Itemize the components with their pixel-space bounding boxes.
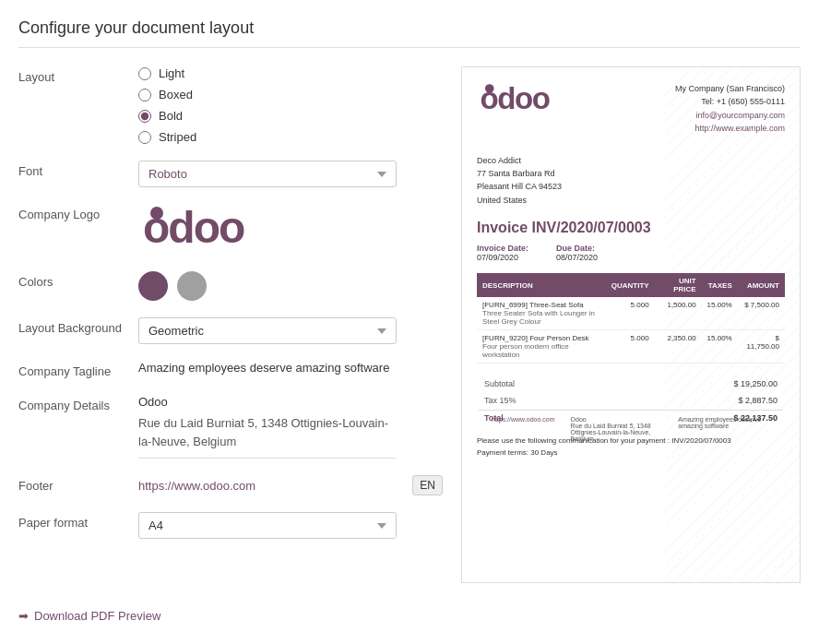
tax-label: Tax 15% <box>479 393 611 408</box>
download-section: ➡ Download PDF Preview <box>18 596 801 623</box>
due-date-block: Due Date: 08/07/2020 <box>556 244 598 262</box>
col-taxes: TAXES <box>702 273 738 297</box>
col-amount: AMOUNT <box>738 273 785 297</box>
invoice-title: Invoice INV/2020/07/0003 <box>477 220 785 236</box>
paper-format-select[interactable]: A4 Letter <box>138 512 397 539</box>
colors-content <box>138 271 443 301</box>
company-logo-label: Company Logo <box>18 204 138 221</box>
colors-row: Colors <box>18 271 443 301</box>
company-logo-row: Company Logo odoo <box>18 204 443 255</box>
col-description: DESCRIPTION <box>477 273 606 297</box>
layout-label: Layout <box>18 66 138 84</box>
layout-background-select[interactable]: Geometric None Custom <box>138 317 397 344</box>
font-label: Font <box>18 161 138 178</box>
layout-striped-option[interactable]: Striped <box>138 130 443 144</box>
item-amount-0: $ 7,500.00 <box>738 297 785 330</box>
paper-format-content: A4 Letter <box>138 512 443 539</box>
font-content: Roboto Lato Open Sans <box>138 161 443 187</box>
svg-point-6 <box>150 207 163 220</box>
invoice-table: DESCRIPTION QUANTITY UNIT PRICE TAXES AM… <box>477 273 785 364</box>
company-details-content: Odoo Rue du Laid Burniat 5, 1348 Ottigni… <box>138 395 443 459</box>
invoice-payment-terms: Payment terms: 30 Days <box>477 448 785 457</box>
col-quantity: QUANTITY <box>606 273 655 297</box>
layout-bold-option[interactable]: Bold <box>138 109 443 123</box>
company-tagline-row: Company Tagline Amazing employees deserv… <box>18 361 443 378</box>
paper-format-label: Paper format <box>18 512 138 530</box>
invoice-date-value: 07/09/2020 <box>477 253 518 262</box>
layout-bold-radio[interactable] <box>138 110 151 123</box>
invoice-logo: odoo <box>477 82 578 119</box>
secondary-color-swatch[interactable] <box>177 271 207 301</box>
layout-background-label: Layout Background <box>18 317 138 335</box>
item-desc-1: [FURN_9220] Four Person Desk Four person… <box>477 330 606 364</box>
footer-lang-button[interactable]: EN <box>412 475 443 495</box>
invoice-footer-company: Odoo Rue du Laid Burniat 5, 1348 Ottigni… <box>571 416 663 442</box>
invoice-date-block: Invoice Date: 07/09/2020 <box>477 244 528 262</box>
subtotal-value: $ 19,250.00 <box>613 376 783 391</box>
invoice-preview: odoo My Company (San Francisco) Tel: +1 … <box>461 66 801 583</box>
subtotal-row: Subtotal $ 19,250.00 <box>479 376 783 391</box>
company-address: Rue du Laid Burniat 5, 1348 Ottignies-Lo… <box>138 414 397 459</box>
invoice-company-info: My Company (San Francisco) Tel: +1 (650)… <box>675 82 785 136</box>
item-qty-1: 5.000 <box>606 330 655 364</box>
invoice-client-name: Deco Addict <box>477 154 785 167</box>
invoice-company-website: http://www.example.com <box>694 124 785 133</box>
invoice-footer-tagline: Amazing employees deserve amazing softwa… <box>678 416 770 442</box>
layout-boxed-radio[interactable] <box>138 89 151 101</box>
layout-light-label: Light <box>159 66 184 80</box>
invoice-footer-bar: https://www.odoo.com Odoo Rue du Laid Bu… <box>492 410 770 442</box>
invoice-footer-url: https://www.odoo.com <box>492 416 554 442</box>
colors-label: Colors <box>18 271 138 289</box>
invoice-company-name: My Company (San Francisco) <box>675 82 785 95</box>
layout-boxed-option[interactable]: Boxed <box>138 88 443 101</box>
footer-content: https://www.odoo.com EN <box>138 475 443 495</box>
item-price-0: 1,500.00 <box>655 297 702 330</box>
invoice-content: odoo My Company (San Francisco) Tel: +1 … <box>477 82 785 457</box>
invoice-table-header-row: DESCRIPTION QUANTITY UNIT PRICE TAXES AM… <box>477 273 785 297</box>
company-details-label: Company Details <box>18 395 138 412</box>
font-row: Font Roboto Lato Open Sans <box>18 161 443 187</box>
invoice-client-address1: 77 Santa Barbara Rd <box>477 167 785 180</box>
company-tagline-value: Amazing employees deserve amazing softwa… <box>138 357 389 375</box>
invoice-line-item: [FURN_6999] Three-Seat Sofa Three Seater… <box>477 297 785 330</box>
font-select[interactable]: Roboto Lato Open Sans <box>138 161 397 187</box>
layout-bold-label: Bold <box>159 109 183 123</box>
layout-light-radio[interactable] <box>138 67 151 80</box>
footer-url-link[interactable]: https://www.odoo.com <box>138 479 403 493</box>
item-amount-1: $ 11,750.00 <box>738 330 785 364</box>
layout-row: Layout Light Boxed Bold Striped <box>18 66 443 144</box>
item-tax-1: 15.00% <box>702 330 738 364</box>
tax-row: Tax 15% $ 2,887.50 <box>479 393 783 408</box>
col-unit-price: UNIT PRICE <box>655 273 702 297</box>
invoice-header: odoo My Company (San Francisco) Tel: +1 … <box>477 82 785 136</box>
invoice-client-country: United States <box>477 194 785 207</box>
company-details-row: Company Details Odoo Rue du Laid Burniat… <box>18 395 443 459</box>
invoice-company-email: info@yourcompany.com <box>695 111 785 120</box>
download-pdf-link[interactable]: ➡ Download PDF Preview <box>18 609 160 623</box>
page-title: Configure your document layout <box>18 18 801 48</box>
invoice-date-label: Invoice Date: <box>477 244 528 253</box>
item-desc-0: [FURN_6999] Three-Seat Sofa Three Seater… <box>477 297 606 330</box>
left-panel: Layout Light Boxed Bold Striped <box>18 66 443 583</box>
item-price-1: 2,350.00 <box>655 330 702 364</box>
invoice-line-item: [FURN_9220] Four Person Desk Four person… <box>477 330 785 364</box>
layout-light-option[interactable]: Light <box>138 66 443 80</box>
layout-background-content: Geometric None Custom <box>138 317 443 344</box>
item-tax-0: 15.00% <box>702 297 738 330</box>
primary-color-swatch[interactable] <box>138 271 168 301</box>
tax-value: $ 2,887.50 <box>613 393 783 408</box>
company-tagline-label: Company Tagline <box>18 361 138 378</box>
layout-options: Light Boxed Bold Striped <box>138 66 443 144</box>
invoice-odoo-logo: odoo <box>477 82 578 117</box>
invoice-company-tel: Tel: +1 (650) 555-0111 <box>675 95 785 108</box>
layout-striped-radio[interactable] <box>138 131 151 144</box>
layout-background-row: Layout Background Geometric None Custom <box>18 317 443 344</box>
layout-striped-label: Striped <box>159 130 196 144</box>
company-logo-content: odoo <box>138 204 443 255</box>
company-tagline-content: Amazing employees deserve amazing softwa… <box>138 361 443 375</box>
footer-row: Footer https://www.odoo.com EN <box>18 475 443 495</box>
due-date-value: 08/07/2020 <box>556 253 598 262</box>
item-qty-0: 5.000 <box>606 297 655 330</box>
company-name: Odoo <box>138 395 443 409</box>
invoice-client: Deco Addict 77 Santa Barbara Rd Pleasant… <box>477 154 785 208</box>
